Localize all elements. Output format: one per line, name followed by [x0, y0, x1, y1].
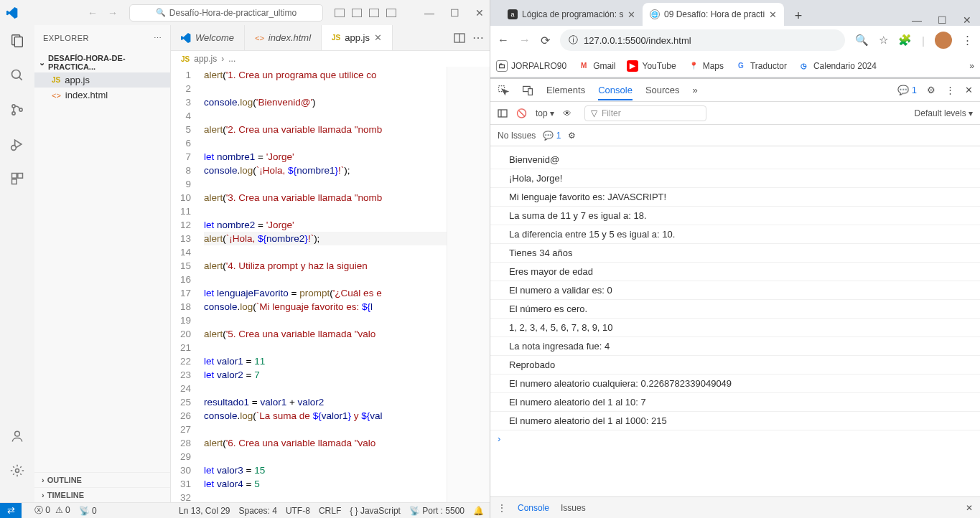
console-output[interactable]: Bienvenid@¡Hola, Jorge!Mi lenguaje favor…	[490, 146, 980, 496]
minimize-button[interactable]: —	[424, 7, 434, 19]
maximize-button[interactable]: ☐	[450, 7, 459, 19]
layout-icon-3[interactable]	[369, 9, 379, 17]
close-button[interactable]: ✕	[963, 14, 971, 26]
toggle-sidebar-icon[interactable]	[498, 109, 508, 118]
browser-tab-1[interactable]: a Lógica de programación: s ✕	[500, 3, 643, 26]
drawer-menu-icon[interactable]: ⋮	[498, 503, 506, 513]
device-toggle-icon[interactable]	[522, 85, 533, 96]
liveserver-status[interactable]: 📡 Port : 5500	[409, 506, 465, 516]
eol-status[interactable]: CRLF	[319, 506, 341, 516]
file-app-js[interactable]: JS app.js	[34, 72, 170, 88]
tab-elements[interactable]: Elements	[546, 80, 585, 100]
console-settings-icon[interactable]: ⚙	[568, 131, 576, 141]
drawer-tab-console[interactable]: Console	[518, 503, 549, 513]
remote-indicator[interactable]: ⇄	[0, 503, 22, 519]
bookmarks-overflow-icon[interactable]: »	[969, 61, 974, 71]
reload-button[interactable]: ⟳	[541, 34, 550, 47]
console-log-entry: El número es cero.	[490, 300, 980, 319]
code-editor[interactable]: 1234567891011121314151617181920212223242…	[171, 67, 447, 502]
bookmark-gmail[interactable]: MGmail	[578, 60, 615, 72]
encoding-status[interactable]: UTF-8	[286, 506, 310, 516]
live-expression-icon[interactable]: 👁	[563, 108, 571, 118]
code-content[interactable]: alert('1. Crea un programa que utilice c…	[204, 67, 447, 502]
file-index-html[interactable]: <> index.html	[34, 88, 170, 103]
command-center[interactable]: 🔍 Desafío-Hora-de-practicar_ultimo	[129, 4, 323, 22]
site-info-icon[interactable]: ⓘ	[569, 34, 578, 47]
ports-status[interactable]: 📡 0	[79, 506, 97, 516]
inspect-icon[interactable]	[498, 85, 509, 96]
layout-icon-4[interactable]	[386, 9, 396, 17]
tab-welcome[interactable]: Welcome	[171, 25, 245, 50]
folder-root[interactable]: ⌄ DESAFÍO-HORA-DE-PRACTICA...	[34, 52, 170, 72]
issues-badge[interactable]: 💬 1	[543, 131, 561, 141]
extensions-puzzle-icon[interactable]: 🧩	[898, 34, 912, 47]
browser-tabs: a Lógica de programación: s ✕ 🌐 09 Desaf…	[490, 0, 980, 26]
extensions-icon[interactable]	[9, 170, 26, 187]
bookmark-calendar[interactable]: ◷Calendario 2024	[798, 60, 877, 72]
bookmark-translate[interactable]: GTraductor	[735, 60, 787, 72]
tab-app-js[interactable]: JS app.js ✕	[322, 25, 393, 50]
close-button[interactable]: ✕	[475, 7, 484, 19]
log-levels-selector[interactable]: Default levels ▾	[915, 108, 973, 118]
console-filter[interactable]: ▽ Filter	[584, 105, 706, 121]
tab-console[interactable]: Console	[598, 80, 633, 100]
explorer-more-icon[interactable]: ⋯	[154, 34, 162, 43]
devtools-menu-icon[interactable]: ⋮	[946, 85, 955, 95]
devtools-close-icon[interactable]: ✕	[965, 85, 973, 95]
drawer-tab-issues[interactable]: Issues	[561, 503, 586, 513]
cursor-position[interactable]: Ln 13, Col 29	[179, 506, 230, 516]
bookmark-youtube[interactable]: ▶YouTube	[627, 60, 676, 72]
bookmark-jorpalro[interactable]: 🗀JORPALRO90	[496, 60, 566, 72]
issues-indicator[interactable]: 💬 1	[897, 85, 917, 95]
calendar-icon: ◷	[798, 60, 810, 72]
profile-avatar[interactable]	[935, 32, 952, 49]
zoom-icon[interactable]: 🔍	[855, 34, 869, 47]
close-tab-icon[interactable]: ✕	[769, 9, 777, 20]
svg-rect-9	[12, 174, 17, 179]
back-button[interactable]: ←	[498, 34, 509, 47]
indent-status[interactable]: Spaces: 4	[239, 506, 277, 516]
settings-icon[interactable]	[9, 462, 26, 479]
search-activity-icon[interactable]	[9, 67, 26, 84]
outline-section[interactable]: ›OUTLINE	[34, 472, 170, 487]
explorer-icon[interactable]	[9, 32, 26, 50]
context-selector[interactable]: top ▾	[536, 108, 554, 118]
chevron-right-icon: ›	[42, 491, 45, 499]
gmail-icon: M	[578, 60, 589, 72]
nav-forward-icon[interactable]: →	[108, 7, 118, 19]
problems-status[interactable]: ⓧ 0 ⚠ 0	[34, 504, 70, 517]
console-prompt[interactable]: ›	[490, 430, 980, 447]
bookmark-star-icon[interactable]: ☆	[879, 34, 888, 47]
account-icon[interactable]	[9, 428, 26, 445]
tab-index-html[interactable]: <> index.html	[245, 25, 322, 50]
debug-icon[interactable]	[9, 136, 26, 153]
notifications-icon[interactable]: 🔔	[473, 506, 484, 516]
breadcrumb[interactable]: JS app.js › ...	[171, 51, 490, 67]
browser-tab-2[interactable]: 🌐 09 Desafío: Hora de practi ✕	[643, 3, 784, 26]
translate-icon: G	[735, 60, 747, 72]
drawer-close-icon[interactable]: ✕	[966, 503, 973, 513]
tabs-overflow-icon[interactable]: »	[693, 85, 698, 95]
close-tab-icon[interactable]: ✕	[374, 32, 382, 43]
forward-button[interactable]: →	[519, 34, 531, 47]
split-editor-icon[interactable]	[454, 33, 465, 43]
scm-icon[interactable]	[9, 101, 26, 118]
tab-sources[interactable]: Sources	[645, 80, 680, 100]
clear-console-icon[interactable]: 🚫	[516, 108, 527, 118]
url-bar[interactable]: ⓘ 127.0.0.1:5500/index.html	[560, 29, 845, 51]
new-tab-button[interactable]: +	[788, 6, 808, 26]
minimap[interactable]	[447, 67, 490, 502]
nav-back-icon[interactable]: ←	[88, 7, 98, 19]
bookmark-maps[interactable]: 📍Maps	[688, 60, 724, 72]
console-log-entry: El numero aleatorio cualquiera: 0.226878…	[490, 375, 980, 393]
minimize-button[interactable]: —	[912, 14, 922, 26]
browser-menu-icon[interactable]: ⋮	[962, 34, 973, 47]
layout-icon-1[interactable]	[335, 9, 345, 17]
language-status[interactable]: { } JavaScript	[350, 506, 401, 516]
maximize-button[interactable]: ☐	[938, 14, 947, 26]
tab-more-icon[interactable]: ⋯	[472, 31, 484, 44]
layout-icon-2[interactable]	[352, 9, 362, 17]
devtools-settings-icon[interactable]: ⚙	[927, 85, 935, 95]
close-tab-icon[interactable]: ✕	[627, 9, 635, 20]
timeline-section[interactable]: ›TIMELINE	[34, 487, 170, 502]
